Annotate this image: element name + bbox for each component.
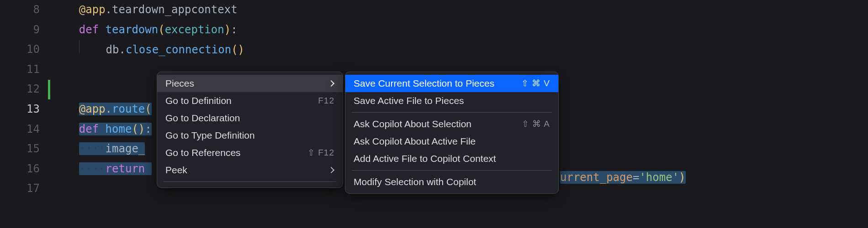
- menu-item-ask-copilot-file[interactable]: Ask Copilot About Active File: [345, 133, 558, 150]
- menu-item-label: Save Active File to Pieces: [354, 95, 464, 106]
- menu-item-goto-declaration[interactable]: Go to Declaration: [157, 109, 343, 127]
- menu-shortcut: ⇧ F12: [307, 147, 334, 158]
- token-paren: (: [132, 123, 138, 135]
- menu-item-label: Add Active File to Copilot Context: [354, 153, 496, 164]
- menu-shortcut: ⇧ ⌘ A: [522, 119, 550, 130]
- line-number: 10: [0, 40, 40, 60]
- token-string: 'home': [639, 171, 679, 184]
- token-space: [99, 123, 105, 135]
- menu-item-goto-definition[interactable]: Go to Definition F12: [157, 92, 343, 109]
- menu-item-label: Ask Copilot About Selection: [354, 119, 471, 130]
- line-number-gutter: 8 9 10 11 12 13 14 15 16 17: [0, 0, 53, 199]
- indent-guide: [79, 40, 79, 53]
- menu-item-goto-type-definition[interactable]: Go to Type Definition: [157, 127, 343, 144]
- token-var: image_: [106, 142, 145, 155]
- menu-separator: [352, 170, 552, 171]
- line-number: 15: [0, 139, 40, 159]
- token-keyword: def: [79, 123, 99, 135]
- token-attr: teardown_appcontext: [112, 3, 238, 16]
- token-colon: :: [145, 123, 151, 135]
- token-colon: :: [231, 23, 237, 36]
- token-decorator: @app: [79, 3, 106, 16]
- whitespace-indicator: ····: [79, 142, 106, 155]
- code-line: db.close_connection(): [53, 40, 868, 60]
- token-var: db: [106, 43, 119, 56]
- token-paren: (: [158, 23, 164, 36]
- token-kwarg: urrent_page: [560, 171, 633, 184]
- menu-item-label: Save Current Selection to Pieces: [354, 78, 494, 89]
- menu-item-modify-selection-copilot[interactable]: Modify Selection with Copilot: [345, 173, 558, 191]
- menu-item-label: Go to References: [165, 147, 241, 158]
- menu-item-goto-references[interactable]: Go to References ⇧ F12: [157, 144, 343, 161]
- token-func: route: [112, 103, 145, 115]
- menu-shortcut: ⇧ ⌘ V: [521, 78, 550, 89]
- code-line: @app.teardown_appcontext: [53, 0, 868, 20]
- menu-item-label: Go to Type Definition: [165, 130, 255, 141]
- menu-item-label: Modify Selection with Copilot: [354, 176, 476, 187]
- menu-shortcut: F12: [318, 95, 334, 106]
- menu-separator: [164, 181, 336, 182]
- token-keyword: return: [106, 162, 145, 175]
- line-number: 17: [0, 179, 40, 199]
- line-number: 11: [0, 60, 40, 80]
- token-paren: ): [224, 23, 231, 36]
- token-space: [145, 162, 151, 175]
- line-number: 9: [0, 20, 40, 40]
- token-dot: .: [119, 43, 126, 56]
- line-number: 8: [0, 0, 40, 20]
- token-paren: ): [679, 171, 685, 184]
- chevron-right-icon: [328, 80, 334, 87]
- menu-item-label: Ask Copilot About Active File: [354, 136, 476, 147]
- context-submenu-pieces[interactable]: Save Current Selection to Pieces ⇧ ⌘ V S…: [345, 72, 559, 194]
- menu-item-add-file-copilot-context[interactable]: Add Active File to Copilot Context: [345, 150, 558, 167]
- token-dot: .: [106, 3, 112, 16]
- menu-item-pieces[interactable]: Pieces: [157, 75, 343, 92]
- token-paren: (: [145, 103, 151, 115]
- code-fragment: urrent_page='home'): [560, 168, 686, 188]
- token-paren: ): [138, 123, 145, 135]
- menu-item-peek[interactable]: Peek: [157, 161, 343, 179]
- token-func: close_connection: [126, 43, 231, 56]
- whitespace-indicator: ····: [79, 162, 106, 175]
- line-number: 14: [0, 119, 40, 140]
- menu-item-ask-copilot-selection[interactable]: Ask Copilot About Selection ⇧ ⌘ A: [345, 115, 558, 133]
- menu-item-label: Go to Declaration: [165, 113, 240, 124]
- token-eq: =: [633, 171, 639, 184]
- token-func: teardown: [106, 23, 159, 36]
- menu-item-label: Go to Definition: [165, 95, 232, 106]
- menu-item-save-selection-to-pieces[interactable]: Save Current Selection to Pieces ⇧ ⌘ V: [345, 75, 558, 92]
- token-keyword: def: [79, 23, 99, 36]
- git-gutter-added: [48, 80, 50, 99]
- token-space: [99, 23, 105, 36]
- token-func: home: [106, 123, 132, 135]
- menu-item-label: Peek: [165, 165, 187, 176]
- line-number: 12: [0, 79, 40, 99]
- token-param: exception: [165, 23, 224, 36]
- line-number-current: 13: [0, 99, 40, 119]
- token-dot: .: [106, 103, 112, 115]
- line-number: 16: [0, 159, 40, 179]
- menu-item-save-file-to-pieces[interactable]: Save Active File to Pieces: [345, 92, 558, 109]
- code-line: def teardown(exception):: [53, 20, 868, 40]
- token-paren: ): [238, 43, 244, 56]
- menu-item-label: Pieces: [165, 78, 194, 89]
- menu-separator: [352, 112, 552, 113]
- chevron-right-icon: [328, 167, 334, 173]
- context-menu[interactable]: Pieces Go to Definition F12 Go to Declar…: [157, 72, 343, 188]
- token-paren: (: [231, 43, 238, 56]
- token-decorator: @app: [79, 103, 106, 115]
